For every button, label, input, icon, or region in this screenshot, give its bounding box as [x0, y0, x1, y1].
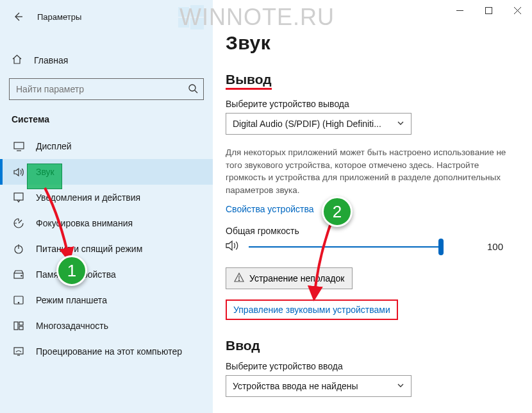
device-properties-link[interactable]: Свойства устройства [226, 204, 314, 214]
output-device-label: Выберите устройство вывода [226, 99, 513, 109]
maximize-button[interactable] [474, 0, 503, 21]
chevron-down-icon [397, 381, 404, 391]
sidebar-item-storage[interactable]: Память устройства [0, 262, 213, 287]
manage-sound-devices-link[interactable]: Управление звуковыми устройствами [226, 299, 398, 320]
svg-point-9 [189, 85, 195, 91]
projecting-icon [13, 347, 24, 356]
window-title: Параметры [37, 12, 81, 22]
home-icon [12, 54, 22, 67]
tablet-icon [13, 296, 24, 305]
minimize-button[interactable] [445, 0, 474, 21]
volume-label: Общая громкость [226, 226, 513, 236]
sidebar-item-multitask[interactable]: Многозадачность [0, 313, 213, 339]
page-title: Звук [226, 32, 513, 54]
output-description: Для некоторых приложений может быть наст… [226, 146, 513, 196]
sidebar: Параметры Главная Система Дисплей Звук [0, 0, 213, 413]
sidebar-item-projecting[interactable]: Проецирование на этот компьютер [0, 339, 213, 364]
sidebar-item-focus[interactable]: Фокусировка внимания [0, 210, 213, 236]
svg-point-19 [18, 302, 19, 303]
sidebar-item-label: Проецирование на этот компьютер [36, 346, 182, 357]
annotation-bubble-2: 2 [322, 196, 353, 227]
search-box[interactable] [9, 78, 204, 100]
warning-icon [234, 273, 244, 284]
svg-rect-11 [14, 142, 24, 149]
notifications-icon [13, 192, 24, 203]
svg-point-26 [238, 280, 239, 281]
focus-icon [13, 218, 24, 228]
window-controls [445, 0, 532, 21]
storage-icon [13, 270, 24, 279]
power-icon [13, 244, 24, 254]
search-icon [188, 83, 198, 96]
sound-icon [13, 167, 24, 177]
watermark-text: WINNOTE.RU [179, 4, 335, 31]
svg-rect-13 [14, 193, 23, 200]
svg-rect-22 [19, 326, 23, 330]
svg-point-17 [21, 275, 22, 276]
output-heading: Вывод [226, 72, 272, 90]
svg-rect-20 [14, 322, 18, 330]
svg-rect-5 [486, 7, 492, 13]
output-device-select[interactable]: Digital Audio (S/PDIF) (High Definiti... [226, 113, 411, 135]
sidebar-item-power[interactable]: Питание и спящий режим [0, 236, 213, 262]
sidebar-group-label: Система [0, 112, 213, 127]
sidebar-item-label: Дисплей [36, 141, 72, 151]
close-button[interactable] [503, 0, 532, 21]
annotation-bubble-1: 1 [56, 255, 87, 286]
sidebar-home[interactable]: Главная [0, 46, 213, 73]
main-content: Звук Вывод Выберите устройство вывода Di… [213, 0, 532, 413]
volume-icon[interactable] [226, 240, 240, 253]
output-device-value: Digital Audio (S/PDIF) (High Definiti... [233, 119, 381, 129]
svg-line-10 [195, 90, 197, 93]
multitask-icon [13, 321, 24, 330]
sidebar-home-label: Главная [34, 55, 68, 65]
chevron-down-icon [397, 119, 404, 129]
input-heading: Ввод [226, 338, 513, 353]
input-device-select[interactable]: Устройства ввода не найдены [226, 375, 411, 397]
input-device-label: Выберите устройство ввода [226, 361, 513, 371]
display-icon [13, 142, 24, 151]
sidebar-item-display[interactable]: Дисплей [0, 133, 213, 159]
input-device-value: Устройства ввода не найдены [233, 381, 358, 391]
volume-value: 100 [487, 241, 503, 252]
sidebar-item-label: Многозадачность [36, 321, 108, 331]
sidebar-item-label: Режим планшета [36, 295, 107, 305]
svg-rect-21 [19, 322, 23, 325]
sidebar-item-tablet[interactable]: Режим планшета [0, 287, 213, 313]
back-button[interactable] [12, 10, 24, 23]
search-input[interactable] [16, 84, 188, 94]
